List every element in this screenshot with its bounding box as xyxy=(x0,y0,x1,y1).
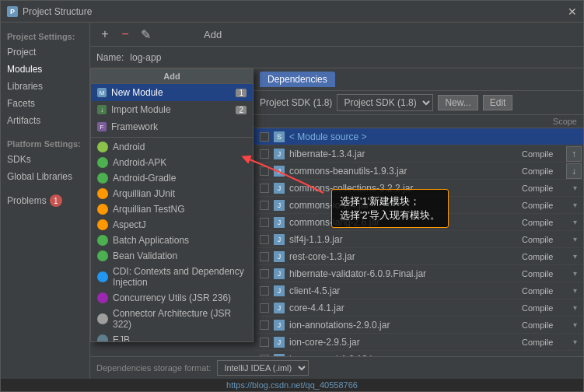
concurrency-icon xyxy=(97,292,108,303)
sidebar-item-facets[interactable]: Facets xyxy=(1,96,89,111)
source-row[interactable]: S < Module source > xyxy=(254,128,583,145)
deps-list: S < Module source > J hibernate-1.3.4.ja… xyxy=(254,128,583,356)
dropdown-section-label: Add xyxy=(91,69,253,84)
batch-applications-icon xyxy=(97,235,108,246)
dep-row-5[interactable]: J slf4j-1.1.9.jar Compile ▾ xyxy=(254,231,583,248)
module-bean-validation[interactable]: Bean Validation xyxy=(91,248,253,264)
dep-checkbox-7[interactable] xyxy=(260,269,269,278)
move-down-button[interactable]: ↓ xyxy=(566,163,582,179)
dep-row-1[interactable]: J commons-beanutils-1.9.3.jar Compile ▾ xyxy=(254,163,583,180)
dep-checkbox-5[interactable] xyxy=(260,235,269,244)
sidebar-item-problems[interactable]: Problems 1 xyxy=(1,192,89,209)
dep-checkbox-0[interactable] xyxy=(260,149,269,159)
module-android-apk[interactable]: Android-APK xyxy=(91,155,253,170)
module-aspectj[interactable]: AspectJ xyxy=(91,217,253,233)
dep-checkbox-3[interactable] xyxy=(260,201,269,210)
dep-checkbox-10[interactable] xyxy=(260,320,269,330)
android-gradle-icon xyxy=(97,173,108,184)
dep-name-0: hibernate-1.3.4.jar xyxy=(289,149,517,159)
import-module-number: 2 xyxy=(236,106,247,114)
close-button[interactable]: ✕ xyxy=(568,5,577,18)
source-checkbox[interactable] xyxy=(260,132,269,142)
dep-checkbox-1[interactable] xyxy=(260,166,269,176)
new-module-item[interactable]: M New Module 1 xyxy=(91,84,253,101)
connector-label: Connector Architecture (JSR 322) xyxy=(113,308,247,330)
module-android[interactable]: Android xyxy=(91,139,253,155)
dep-name-9: core-4.4.1.jar xyxy=(289,303,517,313)
dep-name-11: ion-core-2.9.5.jar xyxy=(289,337,517,348)
sidebar-item-project[interactable]: Project xyxy=(1,44,89,60)
title-bar-left: P Project Structure xyxy=(7,6,92,17)
project-settings-label: Project Settings: xyxy=(1,29,89,43)
new-sdk-button[interactable]: New... xyxy=(438,95,477,110)
android-label: Android xyxy=(113,142,145,152)
dep-row-9[interactable]: J core-4.4.1.jar Compile ▾ xyxy=(254,299,583,317)
dep-checkbox-6[interactable] xyxy=(260,252,269,261)
dep-row-8[interactable]: J client-4.5.jar Compile ▾ xyxy=(254,282,583,299)
add-button[interactable]: + xyxy=(96,26,114,43)
dep-checkbox-12[interactable] xyxy=(260,355,269,357)
module-connector[interactable]: Connector Architecture (JSR 322) xyxy=(91,306,253,332)
dep-name-8: client-4.5.jar xyxy=(289,285,517,296)
dep-row-4[interactable]: J commons-lang-2.6.jar Compile ▾ xyxy=(254,214,583,231)
new-module-number: 1 xyxy=(236,89,247,97)
footer-url: https://blog.csdn.net/qq_40558766 xyxy=(1,379,583,391)
module-batch-applications[interactable]: Batch Applications xyxy=(91,233,253,248)
sidebar-item-modules[interactable]: Modules xyxy=(1,61,89,77)
dep-checkbox-4[interactable] xyxy=(260,218,269,227)
import-module-item[interactable]: ↓ Import Module 2 xyxy=(91,101,253,118)
dep-scope-8: Compile xyxy=(522,286,568,296)
dep-scope-1: Compile xyxy=(522,166,568,176)
sidebar-item-global-libraries[interactable]: Global Libraries xyxy=(1,169,89,184)
dep-scope-6: Compile xyxy=(522,252,568,261)
sidebar-item-artifacts[interactable]: Artifacts xyxy=(1,113,89,128)
dep-icon-0: J xyxy=(274,149,285,159)
dep-row-6[interactable]: J rest-core-1.3.jar Compile ▾ xyxy=(254,248,583,265)
dep-row-2[interactable]: J commons-collections-3.2.2.jar Compile … xyxy=(254,180,583,197)
sdk-dropdown[interactable]: Project SDK (1.8) xyxy=(337,94,433,111)
name-row: Name: log-app xyxy=(90,47,583,68)
cdi-label: CDI: Contexts and Dependency Injection xyxy=(113,266,247,288)
new-module-label: New Module xyxy=(111,87,163,98)
problems-badge: 1 xyxy=(50,194,62,207)
sidebar-item-sdks[interactable]: SDKs xyxy=(1,152,89,167)
storage-dropdown[interactable]: IntelliJ IDEA (.iml) xyxy=(217,360,309,376)
framework-label: Framework xyxy=(111,121,158,132)
move-up-button[interactable]: ↑ xyxy=(566,146,582,162)
dep-row-10[interactable]: J ion-annotations-2.9.0.jar Compile ▾ xyxy=(254,317,583,334)
dependencies-tab[interactable]: Dependencies xyxy=(260,72,335,87)
module-arquillian-testng[interactable]: Arquillian TestNG xyxy=(91,201,253,217)
dep-scope-12: Compile xyxy=(522,355,568,357)
dep-checkbox-8[interactable] xyxy=(260,286,269,296)
project-structure-window: P Project Structure ✕ Project Settings: … xyxy=(0,0,584,392)
dep-scope-4: Compile xyxy=(522,218,568,227)
dep-row-0[interactable]: J hibernate-1.3.4.jar Compile ▾ xyxy=(254,145,583,163)
module-concurrency-utils[interactable]: Concurrency Utils (JSR 236) xyxy=(91,290,253,306)
module-arquillian-junit[interactable]: Arquillian JUnit xyxy=(91,186,253,201)
edit-sdk-button[interactable]: Edit xyxy=(483,95,513,110)
remove-button[interactable]: − xyxy=(117,26,134,43)
new-module-icon: M xyxy=(97,88,107,97)
dep-checkbox-2[interactable] xyxy=(260,184,269,193)
main-content: + − ✎ Add Name: log-app Add M New Module xyxy=(90,23,583,379)
edit-button[interactable]: ✎ xyxy=(137,26,154,43)
dep-row-7[interactable]: J hibernate-validator-6.0.9.Final.jar Co… xyxy=(254,265,583,282)
sidebar-item-libraries[interactable]: Libraries xyxy=(1,79,89,94)
bottom-bar: Dependencies storage format: IntelliJ ID… xyxy=(90,356,583,379)
dep-row-3[interactable]: J commons-io-2.4.jar Compile ▾ xyxy=(254,197,583,214)
dep-checkbox-9[interactable] xyxy=(260,303,269,313)
android-gradle-label: Android-Gradle xyxy=(113,173,176,184)
dep-scope-9: Compile xyxy=(522,303,568,313)
module-cdi[interactable]: CDI: Contexts and Dependency Injection xyxy=(91,264,253,290)
dep-scope-2: Compile xyxy=(522,184,568,193)
dep-icon-6: J xyxy=(274,251,285,262)
dep-scope-11: Compile xyxy=(522,338,568,347)
dep-row-11[interactable]: J ion-core-2.9.5.jar Compile ▾ xyxy=(254,334,583,351)
module-ejb[interactable]: EJB xyxy=(91,332,253,341)
arquillian-testng-label: Arquillian TestNG xyxy=(113,204,184,215)
dep-checkbox-11[interactable] xyxy=(260,338,269,347)
module-android-gradle[interactable]: Android-Gradle xyxy=(91,170,253,186)
framework-item[interactable]: F Framework xyxy=(91,118,253,135)
dep-row-12[interactable]: J ion-core-asl-1.9.13.jar Compile ▾ xyxy=(254,351,583,356)
add-label: Add xyxy=(204,29,222,40)
